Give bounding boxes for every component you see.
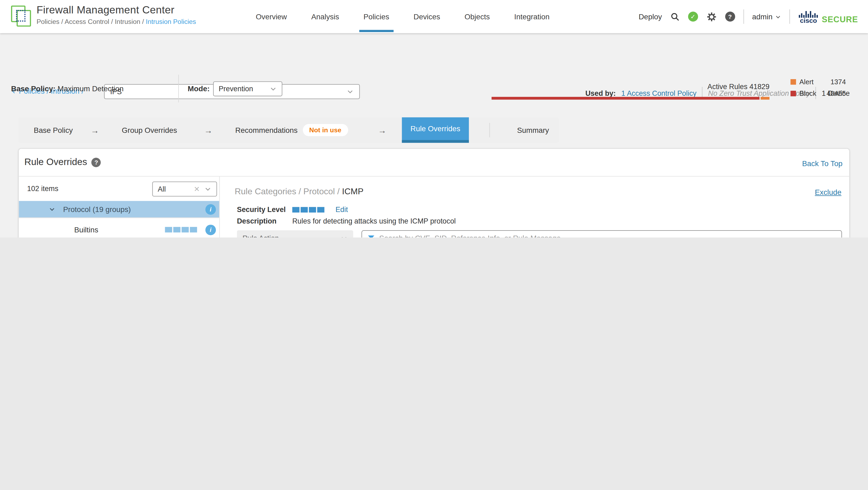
nav-objects[interactable]: Objects [452, 0, 502, 33]
category-current: ICMP [342, 186, 364, 196]
rule-overrides-card: Rule Overrides ? Back To Top 102 items A… [18, 148, 850, 238]
category-group-protocol[interactable]: Protocol (19 groups) i [19, 201, 219, 218]
info-icon[interactable]: i [205, 204, 216, 214]
rule-search [362, 230, 842, 238]
description-text: Rules for detecting attacks using the IC… [292, 217, 456, 225]
help-icon[interactable]: ? [725, 11, 735, 22]
deploy-button[interactable]: Deploy [639, 12, 662, 21]
chevron-down-icon [340, 234, 348, 238]
chevron-down-icon [775, 14, 781, 20]
tab-recommendations[interactable]: Recommendations Not in use [236, 117, 348, 143]
chevron-down-icon [270, 85, 277, 93]
tab-group-overrides[interactable]: Group Overrides [122, 117, 177, 143]
base-policy-value: Maximum Detection [58, 85, 124, 93]
block-bar-segment [492, 97, 759, 99]
active-rules-bar [492, 97, 770, 99]
active-rules-label: Active Rules 41829 [708, 82, 770, 91]
security-level-indicator [165, 227, 197, 233]
cisco-secure-logo: cisco SECURE [799, 10, 858, 23]
arrow-icon: → [204, 117, 213, 143]
alert-swatch [790, 79, 796, 85]
mode-label: Mode: [188, 85, 210, 93]
edit-security-level-link[interactable]: Edit [336, 205, 348, 214]
filter-funnel-icon [367, 234, 375, 238]
nav-devices[interactable]: Devices [401, 0, 452, 33]
arrow-icon: → [91, 117, 99, 143]
rules-panel: Rule Categories / Protocol / ICMP Exclud… [220, 177, 849, 238]
chevron-down-icon [204, 185, 212, 193]
tab-base-policy[interactable]: Base Policy [34, 117, 73, 143]
security-level-label: Security Level [237, 205, 288, 214]
exclude-link[interactable]: Exclude [815, 188, 841, 196]
deploy-status-icon[interactable]: ✓ [688, 11, 698, 22]
search-input[interactable] [379, 234, 837, 238]
rules-legend: Alert1374 Block40455 [790, 78, 846, 101]
app-title: Firewall Management Center [36, 4, 196, 16]
policy-step-tabs: Base Policy → Group Overrides → Recommen… [18, 117, 559, 143]
nav-analysis[interactable]: Analysis [299, 0, 351, 33]
policy-toolbar: Policies / Intrusion / IPS Used by: 1 Ac… [0, 33, 868, 69]
category-list: Protocol (19 groups) i Builtinsi FTPi Fi… [19, 201, 219, 238]
user-menu[interactable]: admin [752, 12, 781, 21]
back-to-top-link[interactable]: Back To Top [802, 159, 842, 168]
base-policy-label: Base Policy: [11, 85, 56, 93]
chevron-down-icon [49, 206, 56, 213]
info-icon[interactable]: i [205, 224, 216, 235]
block-swatch [790, 91, 796, 96]
security-level-bar [292, 207, 324, 212]
items-count: 102 items [27, 184, 58, 193]
nav-overview[interactable]: Overview [244, 0, 299, 33]
card-title: Rule Overrides [24, 157, 87, 168]
rule-action-filter-select[interactable]: Rule Action [237, 230, 353, 238]
gear-icon[interactable] [706, 11, 717, 22]
app-header: Firewall Management Center Policies / Ac… [0, 0, 868, 33]
mode-row: Base Policy: Maximum Detection Mode: Pre… [0, 69, 868, 111]
rule-categories-sidebar: 102 items All ✕ Protocol (19 groups) i B… [19, 177, 220, 238]
tab-rule-overrides[interactable]: Rule Overrides [402, 117, 469, 143]
category-item-builtins[interactable]: Builtinsi [19, 218, 219, 238]
category-filter-select[interactable]: All ✕ [152, 182, 217, 197]
nav-integration[interactable]: Integration [502, 0, 561, 33]
nav-policies[interactable]: Policies [351, 0, 402, 33]
tab-summary[interactable]: Summary [517, 117, 549, 143]
search-icon[interactable] [670, 12, 680, 21]
arrow-icon: → [378, 117, 386, 143]
not-in-use-badge: Not in use [303, 124, 348, 136]
app-window: Firewall Management Center Policies / Ac… [0, 0, 868, 238]
description-label: Description [237, 217, 288, 225]
clear-filter-icon[interactable]: ✕ [194, 185, 200, 193]
breadcrumb: Policies / Access Control / Intrusion / … [36, 18, 196, 26]
category-path: Rule Categories / Protocol / ICMP [235, 186, 364, 196]
breadcrumb-current[interactable]: Intrusion Policies [146, 18, 196, 26]
alert-bar-segment [761, 97, 770, 99]
help-icon[interactable]: ? [92, 157, 101, 167]
fmc-logo-icon [11, 6, 33, 28]
mode-selector[interactable]: Prevention [213, 81, 282, 96]
main-nav: Overview Analysis Policies Devices Objec… [244, 0, 562, 33]
